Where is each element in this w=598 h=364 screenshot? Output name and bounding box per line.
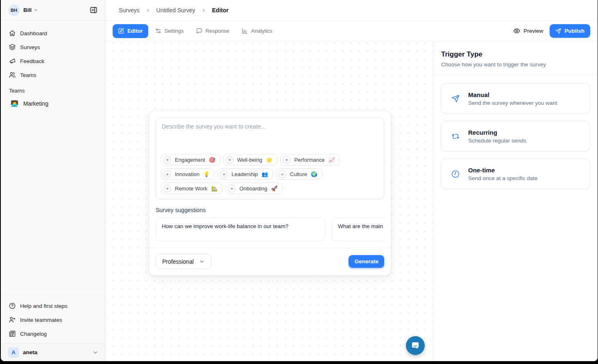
composer-footer: Professional Generate bbox=[149, 248, 391, 275]
sidebar-item-teams[interactable]: Teams bbox=[5, 68, 101, 82]
preview-button[interactable]: Preview bbox=[513, 27, 543, 34]
breadcrumb-untitled-survey[interactable]: Untitled Survey bbox=[156, 7, 195, 14]
clock-icon bbox=[451, 170, 460, 178]
sidebar-item-dashboard[interactable]: Dashboard bbox=[5, 26, 101, 40]
sidebar-item-label: Surveys bbox=[20, 44, 40, 50]
chip-label: Culture bbox=[290, 171, 307, 177]
chip-label: Innovation bbox=[175, 171, 199, 177]
sidebar-item-marketing[interactable]: 🧑‍💻 Marketing bbox=[5, 96, 101, 111]
plus-icon: + bbox=[220, 170, 228, 178]
send-icon bbox=[555, 28, 561, 34]
account-avatar: A bbox=[8, 347, 19, 358]
tab-response[interactable]: Response bbox=[191, 24, 235, 38]
chat-launcher-button[interactable] bbox=[406, 336, 425, 355]
suggestions-heading: Survey suggestions bbox=[156, 207, 384, 213]
chevron-down-icon bbox=[34, 8, 38, 12]
chart-emoji-icon: 📈 bbox=[328, 157, 335, 163]
star-emoji-icon: 🌟 bbox=[266, 157, 272, 163]
trigger-option-description: Send the survey whenever you want bbox=[468, 100, 557, 106]
suggestions-row: How can we improve work-life balance in … bbox=[156, 217, 384, 241]
bulb-emoji-icon: 💡 bbox=[203, 171, 210, 177]
sidebar-item-invite[interactable]: Invite teammates bbox=[5, 313, 101, 327]
eye-icon bbox=[513, 27, 520, 34]
tab-bar: Editor Settings Response Analytics bbox=[105, 21, 598, 41]
topic-chip-onboarding[interactable]: + Onboarding 🚀 bbox=[225, 183, 282, 194]
plus-icon: + bbox=[283, 156, 290, 164]
technologist-emoji-icon: 🧑‍💻 bbox=[11, 100, 18, 107]
sidebar-spacer bbox=[1, 111, 105, 294]
topic-chip-leadership[interactable]: + Leadership 👥 bbox=[217, 168, 273, 180]
chip-label: Leadership bbox=[231, 171, 258, 177]
editor-canvas[interactable]: Describe the survey you want to create..… bbox=[105, 41, 433, 361]
panel-subtitle: Choose how you want to trigger the surve… bbox=[441, 61, 588, 68]
trigger-option-manual[interactable]: Manual Send the survey whenever you want bbox=[441, 83, 590, 114]
topic-chip-well-being[interactable]: + Well-being 🌟 bbox=[223, 154, 277, 165]
sidebar-item-feedback[interactable]: Feedback bbox=[5, 54, 101, 68]
sidebar-collapse-button[interactable] bbox=[88, 5, 99, 16]
edit-icon bbox=[118, 28, 124, 34]
breadcrumb-surveys[interactable]: Surveys bbox=[119, 7, 140, 14]
tab-analytics[interactable]: Analytics bbox=[236, 24, 278, 38]
sidebar-item-label: Feedback bbox=[20, 58, 44, 64]
generate-button[interactable]: Generate bbox=[349, 255, 384, 268]
workspace-avatar: BH bbox=[8, 5, 20, 16]
publish-label: Publish bbox=[564, 28, 584, 34]
content-area: Describe the survey you want to create..… bbox=[105, 41, 598, 361]
plus-icon: + bbox=[226, 156, 233, 164]
suggestion-card[interactable]: What are the main ob bbox=[332, 217, 384, 241]
sidebar-item-label: Teams bbox=[20, 72, 36, 78]
plus-icon: + bbox=[228, 185, 236, 192]
globe-emoji-icon: 🌍 bbox=[311, 171, 317, 177]
teams-section-label: Teams bbox=[1, 82, 105, 96]
sidebar-item-help[interactable]: Help and first steps bbox=[5, 299, 101, 313]
users-icon bbox=[9, 72, 16, 78]
workspace-name: Bill bbox=[23, 7, 32, 13]
trigger-option-text: Manual Send the survey whenever you want bbox=[468, 91, 557, 106]
topic-chip-engagement[interactable]: + Engagement 🎯 bbox=[161, 154, 220, 165]
sidebar-item-label: Invite teammates bbox=[20, 317, 62, 323]
panel-toggle-icon bbox=[90, 6, 97, 14]
topic-chip-innovation[interactable]: + Innovation 💡 bbox=[161, 168, 215, 180]
team-item-label: Marketing bbox=[23, 100, 48, 107]
trigger-option-one-time[interactable]: One-time Send once at a specific date bbox=[441, 158, 590, 189]
tab-settings[interactable]: Settings bbox=[150, 24, 189, 38]
tab-label: Response bbox=[206, 28, 230, 34]
help-circle-icon bbox=[9, 303, 16, 309]
sidebar-footer-nav: Help and first steps Invite teammates Ch… bbox=[1, 294, 105, 343]
plus-icon: + bbox=[163, 156, 171, 164]
send-icon bbox=[451, 95, 460, 103]
chevron-right-icon bbox=[145, 8, 151, 13]
megaphone-icon bbox=[9, 58, 16, 64]
chevron-right-icon bbox=[201, 8, 206, 13]
plus-icon: + bbox=[163, 185, 171, 192]
tab-label: Editor bbox=[127, 28, 143, 34]
repeat-icon bbox=[451, 132, 460, 140]
tab-editor[interactable]: Editor bbox=[113, 24, 148, 38]
survey-prompt-box[interactable]: Describe the survey you want to create..… bbox=[156, 118, 384, 199]
chevron-down-icon bbox=[93, 350, 98, 355]
topic-chip-remote-work[interactable]: + Remote Work 🏡 bbox=[161, 183, 222, 194]
chip-label: Onboarding bbox=[239, 185, 267, 192]
app-window: BH Bill Dashboard Surv bbox=[1, 0, 598, 361]
publish-button[interactable]: Publish bbox=[550, 24, 590, 38]
suggestion-card[interactable]: How can we improve work-life balance in … bbox=[156, 217, 325, 241]
trigger-option-text: One-time Send once at a specific date bbox=[468, 167, 538, 181]
breadcrumb-editor: Editor bbox=[212, 7, 229, 14]
tone-select[interactable]: Professional bbox=[156, 254, 211, 269]
sidebar-nav: Dashboard Surveys Feedback Teams bbox=[1, 20, 105, 82]
breadcrumb: Surveys Untitled Survey Editor bbox=[105, 0, 598, 21]
sidebar-item-surveys[interactable]: Surveys bbox=[5, 40, 101, 54]
topic-chip-culture[interactable]: + Culture 🌍 bbox=[276, 168, 322, 180]
sidebar-item-changelog[interactable]: Changelog bbox=[5, 327, 101, 341]
survey-prompt-input[interactable]: Describe the survey you want to create..… bbox=[156, 118, 384, 154]
layers-icon bbox=[9, 44, 16, 50]
topic-chip-performance[interactable]: + Performance 📈 bbox=[280, 154, 340, 165]
trigger-option-recurring[interactable]: Recurring Schedule regular sends bbox=[441, 121, 590, 151]
workspace-switcher[interactable]: BH Bill bbox=[1, 0, 105, 20]
trigger-option-title: Recurring bbox=[468, 129, 526, 136]
tone-value: Professional bbox=[162, 258, 194, 265]
account-menu[interactable]: A aneta bbox=[1, 343, 105, 361]
panel-title: Trigger Type bbox=[441, 50, 588, 59]
sliders-icon bbox=[155, 28, 161, 34]
trigger-option-description: Send once at a specific date bbox=[468, 175, 538, 181]
